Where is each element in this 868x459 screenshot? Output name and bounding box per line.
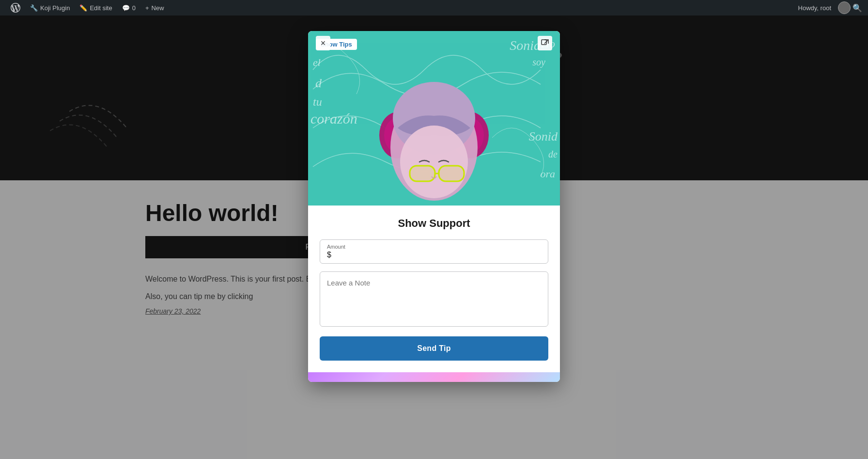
- koji-icon: 🔧: [30, 4, 38, 12]
- close-button[interactable]: ×: [316, 36, 330, 50]
- external-link-button[interactable]: [538, 36, 552, 50]
- edit-site-label: Edit site: [90, 4, 112, 12]
- wp-logo-item[interactable]: [6, 0, 25, 16]
- koji-plugin-label: Koji Plugin: [40, 4, 70, 12]
- comment-icon: 💬: [122, 4, 130, 12]
- modal-title: Show Support: [320, 217, 548, 230]
- admin-bar: 🔧 Koji Plugin ✏️ Edit site 💬 0 + New How…: [0, 0, 868, 16]
- svg-point-11: [400, 126, 468, 198]
- leave-note-wrapper: [320, 271, 548, 327]
- plus-icon: +: [145, 4, 149, 12]
- modal-body: Show Support Amount Send Tip: [308, 206, 560, 372]
- amount-wrapper: Amount: [320, 239, 548, 264]
- modal: × Show Tips Sonid Ho el soy d tu co: [308, 31, 560, 382]
- edit-site-item[interactable]: ✏️ Edit site: [75, 0, 117, 16]
- leave-note-textarea[interactable]: [327, 279, 541, 317]
- svg-rect-13: [439, 166, 464, 181]
- leave-note-field: [320, 271, 548, 327]
- howdy-text: Howdy, root: [793, 4, 836, 12]
- modal-hero: Show Tips Sonid Ho el soy d tu corazón o…: [308, 31, 560, 206]
- amount-label: Amount: [327, 244, 541, 250]
- new-label: New: [152, 4, 164, 12]
- amount-field: Amount: [320, 239, 548, 264]
- search-icon[interactable]: 🔍: [852, 3, 862, 13]
- page-background: Hello world! Read more Welcome to WordPr…: [0, 16, 868, 459]
- edit-icon: ✏️: [79, 4, 87, 12]
- svg-rect-12: [410, 166, 435, 181]
- modal-bottom-stripe: [308, 372, 560, 382]
- new-item[interactable]: + New: [140, 0, 169, 16]
- send-tip-button[interactable]: Send Tip: [320, 336, 548, 361]
- amount-input[interactable]: [327, 251, 541, 259]
- modal-top-bar: ×: [308, 31, 560, 55]
- girl-illustration: [361, 50, 507, 206]
- admin-bar-right: Howdy, root 🔍: [793, 1, 862, 14]
- avatar[interactable]: [838, 1, 851, 14]
- comments-item[interactable]: 💬 0: [117, 0, 140, 16]
- comments-count: 0: [132, 4, 136, 12]
- koji-plugin-item[interactable]: 🔧 Koji Plugin: [25, 0, 75, 16]
